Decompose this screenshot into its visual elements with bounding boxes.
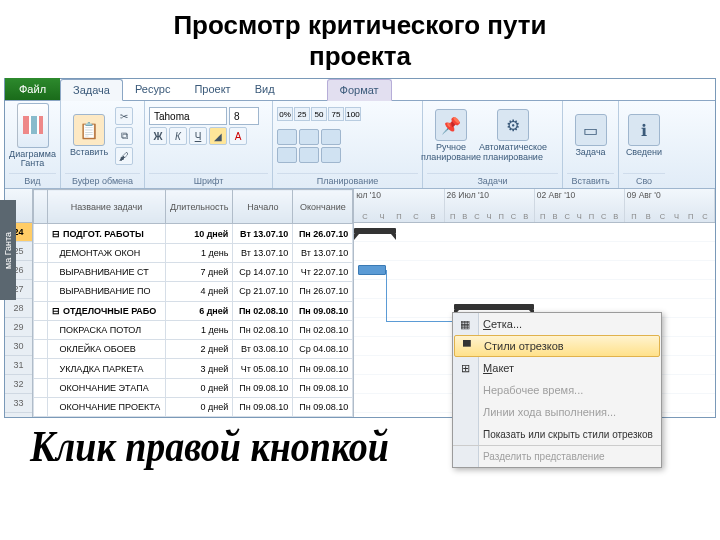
tab-task[interactable]: Задача: [60, 79, 123, 101]
cut-button[interactable]: ✂: [115, 107, 133, 125]
insert-task-label: Задача: [575, 148, 605, 158]
format-painter-button[interactable]: 🖌: [115, 147, 133, 165]
manual-schedule-button[interactable]: 📌 Ручное планирование: [427, 103, 475, 169]
auto-schedule-button[interactable]: ⚙ Автоматическое планирование: [477, 103, 549, 169]
row-index[interactable]: 32: [5, 375, 32, 394]
col-start[interactable]: Начало: [233, 190, 293, 224]
split-task-icon[interactable]: [321, 129, 341, 145]
paste-button[interactable]: 📋 Вставить: [65, 103, 113, 169]
clipboard-icon: 📋: [73, 114, 105, 146]
ribbon-tabs: Файл Задача Ресурс Проект Вид Формат: [5, 79, 715, 101]
row-index[interactable]: 33: [5, 394, 32, 413]
ctx-gridlines[interactable]: ▦ Сетка...: [453, 313, 661, 335]
font-name-combo[interactable]: Tahoma: [149, 107, 227, 125]
info-icon: ℹ: [628, 114, 660, 146]
ctx-bar-styles[interactable]: ▀ Стили отрезков: [454, 335, 660, 357]
week-4: 09 Авг '0: [627, 190, 712, 200]
pct-0[interactable]: 0%: [277, 107, 293, 121]
week-2: 26 Июл '10: [447, 190, 532, 200]
gantt-icon: [17, 103, 49, 147]
table-row[interactable]: ОКЛЕЙКА ОБОЕВ2 днейВт 03.08.10Ср 04.08.1…: [34, 340, 353, 359]
task-table[interactable]: Название задачи Длительность Начало Окон…: [33, 189, 353, 417]
task-bar-27[interactable]: [358, 265, 386, 275]
col-indicator[interactable]: [34, 190, 48, 224]
info-label: Сведени: [626, 148, 662, 158]
ctx-progress-label: Линии хода выполнения...: [483, 406, 616, 418]
ctx-barstyles-label: Стили отрезков: [484, 340, 564, 352]
link-tasks-icon[interactable]: [277, 129, 297, 145]
ctx-show-hide-bars[interactable]: Показать или скрыть стили отрезков: [453, 423, 661, 445]
tab-format[interactable]: Формат: [327, 79, 392, 101]
col-finish[interactable]: Окончание: [293, 190, 353, 224]
link-line: [386, 270, 454, 322]
ctx-split-view[interactable]: Разделить представление: [453, 445, 661, 467]
paste-label: Вставить: [70, 148, 108, 158]
underline-button[interactable]: Ч: [189, 127, 207, 145]
grid-icon: ▦: [457, 316, 473, 332]
pct-25[interactable]: 25: [294, 107, 310, 121]
tab-file[interactable]: Файл: [5, 78, 60, 100]
table-row[interactable]: ПОКРАСКА ПОТОЛ1 деньПн 02.08.10Пн 02.08.…: [34, 320, 353, 339]
pushpin-icon: 📌: [435, 109, 467, 141]
tab-view[interactable]: Вид: [243, 78, 287, 100]
fill-color-button[interactable]: ◢: [209, 127, 227, 145]
summary-bar-24[interactable]: [354, 228, 396, 234]
font-color-button[interactable]: A: [229, 127, 247, 145]
table-row[interactable]: УКЛАДКА ПАРКЕТА3 днейЧт 05.08.10Пн 09.08…: [34, 359, 353, 378]
row-index[interactable]: 28: [5, 299, 32, 318]
tab-resource[interactable]: Ресурс: [123, 78, 182, 100]
pct-100[interactable]: 100: [345, 107, 361, 121]
group-props-label: Сво: [623, 173, 665, 188]
copy-button[interactable]: ⧉: [115, 127, 133, 145]
ctx-nonworking[interactable]: Нерабочее время...: [453, 379, 661, 401]
manual-label: Ручное планирование: [421, 143, 481, 163]
group-font-label: Шрифт: [149, 173, 268, 188]
col-name[interactable]: Название задачи: [48, 190, 166, 224]
indent-icon[interactable]: [299, 147, 319, 163]
summary-bar-28[interactable]: [454, 304, 534, 310]
auto-label: Автоматическое планирование: [477, 143, 549, 163]
inspect-icon[interactable]: [321, 147, 341, 163]
pct-75[interactable]: 75: [328, 107, 344, 121]
barstyle-icon: ▀: [459, 338, 475, 354]
table-row[interactable]: ОКОНЧАНИЕ ЭТАПА0 днейПн 09.08.10Пн 09.08…: [34, 378, 353, 397]
pct-50[interactable]: 50: [311, 107, 327, 121]
task-info-button[interactable]: ℹ Сведени: [623, 103, 665, 169]
insert-task-button[interactable]: ▭ Задача: [567, 103, 614, 169]
group-insert-label: Вставить: [567, 173, 614, 188]
ribbon-body: Диаграмма Ганта Вид 📋 Вставить ✂ ⧉ 🖌 Буф…: [5, 101, 715, 189]
group-planning-label: Планирование: [277, 173, 418, 188]
group-view-label: Вид: [9, 173, 56, 188]
unlink-tasks-icon[interactable]: [299, 129, 319, 145]
table-row[interactable]: ДЕМОНТАЖ ОКОН1 деньВт 13.07.10Вт 13.07.1…: [34, 243, 353, 262]
timeline-header: юл '10СЧПСВ 26 Июл '10ПВСЧПСВ 02 Авг '10…: [354, 189, 715, 223]
auto-icon: ⚙: [497, 109, 529, 141]
layout-icon: ⊞: [457, 360, 473, 376]
tab-project[interactable]: Проект: [182, 78, 242, 100]
gantt-label: Диаграмма Ганта: [9, 150, 56, 170]
side-label: ма Ганта: [0, 200, 16, 300]
italic-button[interactable]: К: [169, 127, 187, 145]
ctx-progress-lines[interactable]: Линии хода выполнения...: [453, 401, 661, 423]
table-row[interactable]: ВЫРАВНИВАНИЕ СТ7 днейСр 14.07.10Чт 22.07…: [34, 262, 353, 281]
row-index[interactable]: 29: [5, 318, 32, 337]
font-size-combo[interactable]: 8: [229, 107, 259, 125]
week-3: 02 Авг '10: [537, 190, 622, 200]
row-index[interactable]: 30: [5, 337, 32, 356]
table-row[interactable]: ОТДЕЛОЧНЫЕ РАБО6 днейПн 02.08.10Пн 09.08…: [34, 301, 353, 320]
outdent-icon[interactable]: [277, 147, 297, 163]
bold-button[interactable]: Ж: [149, 127, 167, 145]
col-duration[interactable]: Длительность: [166, 190, 233, 224]
page-title-line2: проекта: [309, 41, 411, 71]
week-1: юл '10: [356, 190, 441, 200]
ctx-layout[interactable]: ⊞ Макет: [453, 357, 661, 379]
ctx-showhide-label: Показать или скрыть стили отрезков: [483, 429, 653, 440]
row-index[interactable]: 31: [5, 356, 32, 375]
ctx-split-label: Разделить представление: [483, 451, 605, 462]
task-icon: ▭: [575, 114, 607, 146]
gantt-chart-button[interactable]: Диаграмма Ганта: [9, 103, 56, 169]
table-row[interactable]: ПОДГОТ. РАБОТЫ10 днейВт 13.07.10Пн 26.07…: [34, 224, 353, 243]
context-menu[interactable]: ▦ Сетка... ▀ Стили отрезков ⊞ Макет Нера…: [452, 312, 662, 468]
ctx-nonwork-label: Нерабочее время...: [483, 384, 583, 396]
table-row[interactable]: ВЫРАВНИВАНИЕ ПО4 днейСр 21.07.10Пн 26.07…: [34, 282, 353, 301]
